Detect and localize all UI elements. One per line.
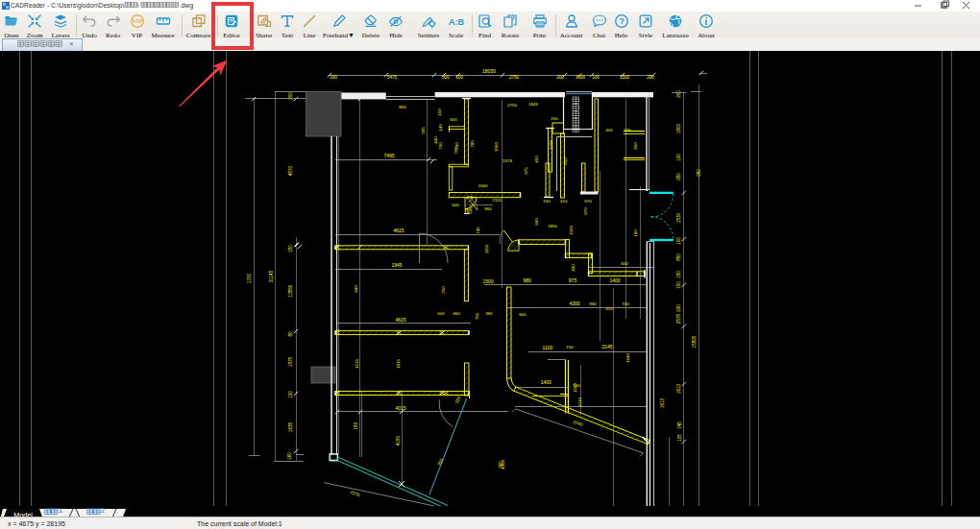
- svg-text:100: 100: [288, 391, 293, 398]
- svg-text:150: 150: [566, 345, 574, 349]
- svg-text:790: 790: [454, 142, 459, 150]
- svg-text:1573: 1573: [502, 158, 512, 163]
- svg-text:1500: 1500: [569, 226, 574, 235]
- svg-text:15820: 15820: [692, 335, 697, 348]
- svg-text:1500: 1500: [573, 383, 577, 393]
- svg-text:975: 975: [569, 277, 577, 283]
- svg-text:860: 860: [399, 105, 406, 109]
- svg-text:100: 100: [455, 75, 463, 80]
- svg-text:160: 160: [287, 452, 292, 460]
- svg-text:740: 740: [622, 301, 629, 306]
- svg-text:975: 975: [524, 167, 528, 175]
- svg-text:150: 150: [437, 108, 442, 116]
- svg-text:150: 150: [676, 271, 681, 278]
- svg-text:980: 980: [523, 277, 531, 283]
- svg-text:7495: 7495: [383, 153, 394, 158]
- svg-text:791: 791: [475, 312, 479, 320]
- svg-text:900: 900: [534, 218, 539, 226]
- svg-text:500: 500: [442, 75, 450, 80]
- svg-text:200: 200: [556, 75, 564, 80]
- svg-text:1635: 1635: [288, 421, 293, 432]
- svg-text:600: 600: [519, 312, 527, 317]
- svg-text:200: 200: [551, 116, 558, 121]
- svg-text:4300: 4300: [501, 460, 505, 469]
- svg-text:700: 700: [676, 281, 681, 289]
- svg-text:1940: 1940: [625, 353, 630, 363]
- svg-text:780: 780: [470, 140, 475, 148]
- svg-text:2575: 2575: [676, 313, 681, 324]
- svg-text:745: 745: [476, 227, 480, 234]
- svg-text:100: 100: [676, 237, 681, 245]
- svg-text:735: 735: [624, 128, 631, 132]
- svg-text:1530: 1530: [676, 212, 681, 223]
- svg-text:1200: 1200: [549, 140, 553, 150]
- svg-text:1845: 1845: [528, 102, 538, 107]
- svg-text:1945: 1945: [391, 262, 402, 268]
- svg-text:4615: 4615: [395, 317, 405, 323]
- svg-text:450: 450: [534, 156, 539, 163]
- svg-text:1515: 1515: [355, 359, 359, 369]
- svg-text:1600: 1600: [576, 75, 586, 80]
- svg-text:18050: 18050: [482, 68, 496, 74]
- svg-text:13580: 13580: [288, 284, 293, 297]
- svg-text:5740: 5740: [573, 420, 584, 427]
- svg-text:500: 500: [437, 311, 445, 316]
- svg-text:930: 930: [676, 304, 681, 312]
- svg-text:930: 930: [589, 301, 597, 306]
- svg-text:650: 650: [563, 157, 568, 165]
- svg-text:1850: 1850: [548, 224, 557, 228]
- svg-text:405: 405: [605, 128, 613, 132]
- svg-text:2145: 2145: [601, 344, 612, 349]
- svg-text:305: 305: [421, 127, 426, 134]
- svg-text:200: 200: [676, 90, 681, 98]
- svg-text:200: 200: [330, 75, 337, 80]
- svg-text:410: 410: [605, 306, 613, 311]
- svg-text:190: 190: [633, 229, 638, 237]
- svg-text:1500: 1500: [620, 75, 630, 80]
- svg-text:950: 950: [676, 173, 681, 180]
- svg-text:1400: 1400: [541, 379, 551, 385]
- svg-text:\: \: [137, 2, 139, 9]
- svg-text:2270: 2270: [350, 490, 361, 498]
- svg-text:140: 140: [438, 124, 443, 132]
- svg-text:460: 460: [453, 311, 460, 316]
- svg-text:5475: 5475: [387, 75, 398, 80]
- svg-text:600: 600: [468, 206, 473, 214]
- svg-text:1613: 1613: [676, 383, 681, 394]
- svg-text:100: 100: [592, 75, 600, 80]
- svg-text:1500: 1500: [482, 278, 493, 284]
- svg-text:2000: 2000: [478, 183, 488, 188]
- svg-text:960: 960: [484, 206, 492, 211]
- svg-text:600: 600: [621, 261, 628, 266]
- svg-text:970: 970: [583, 207, 588, 215]
- svg-text:490: 490: [571, 264, 576, 272]
- svg-text:4015: 4015: [395, 405, 405, 411]
- svg-text:1700: 1700: [247, 273, 252, 283]
- svg-text:950: 950: [697, 169, 701, 177]
- svg-text:1800: 1800: [676, 123, 681, 133]
- svg-text:250: 250: [441, 286, 446, 294]
- svg-text:1613: 1613: [660, 397, 665, 408]
- svg-text:4615: 4615: [393, 228, 404, 233]
- svg-text:1815: 1815: [396, 359, 401, 369]
- svg-text:410: 410: [560, 199, 568, 204]
- svg-text:745: 745: [677, 421, 682, 429]
- svg-text:7115: 7115: [492, 198, 502, 203]
- svg-text:100: 100: [676, 154, 681, 161]
- svg-text:4570: 4570: [288, 165, 293, 176]
- svg-text:3060: 3060: [494, 142, 499, 152]
- svg-text:2750: 2750: [509, 75, 520, 80]
- svg-text:1150: 1150: [484, 244, 489, 253]
- svg-text:1100: 1100: [543, 345, 553, 350]
- svg-text:CADReader - C:\Users\glodon\De: CADReader - C:\Users\glodon\Desktop\: [11, 2, 124, 10]
- svg-text:700: 700: [438, 142, 443, 150]
- svg-text:200: 200: [647, 75, 654, 80]
- svg-text:150: 150: [288, 245, 293, 252]
- svg-text:1400: 1400: [609, 277, 620, 283]
- svg-text:31145: 31145: [269, 270, 274, 282]
- svg-text:150: 150: [543, 199, 551, 204]
- svg-text:2750: 2750: [507, 103, 517, 108]
- svg-text:.dwg: .dwg: [180, 2, 193, 10]
- svg-text:500: 500: [452, 203, 459, 207]
- svg-text:850: 850: [676, 253, 681, 261]
